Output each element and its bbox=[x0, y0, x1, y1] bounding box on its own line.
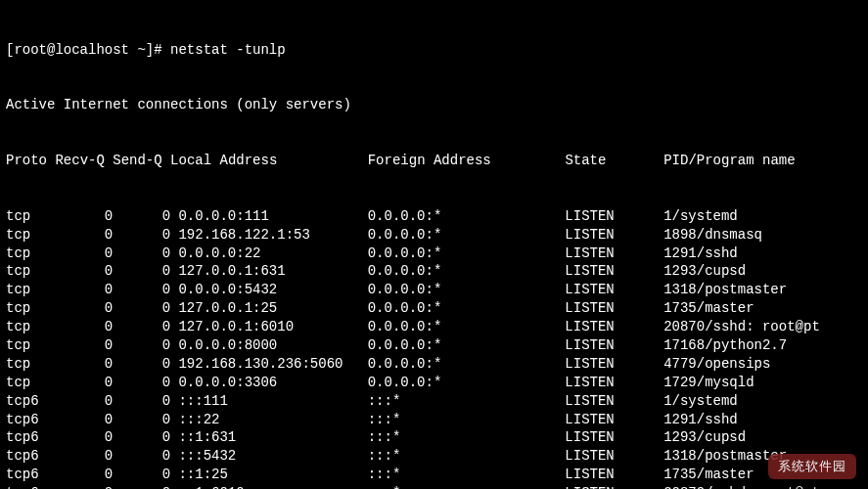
cell-proto: tcp6 bbox=[6, 485, 55, 489]
cell-sendq: 0 bbox=[113, 467, 170, 482]
table-row: tcp 0 0 192.168.130.236:5060 0.0.0.0:* L… bbox=[6, 355, 862, 374]
cell-pid: 1293/cupsd bbox=[663, 263, 746, 279]
table-row: tcp 0 0 0.0.0.0:111 0.0.0.0:* LISTEN 1/s… bbox=[6, 207, 862, 226]
cell-local: :::22 bbox=[170, 412, 368, 427]
cell-sendq: 0 bbox=[113, 393, 170, 409]
cell-recvq: 0 bbox=[55, 245, 113, 261]
cell-sendq: 0 bbox=[113, 319, 170, 334]
cell-foreign: 0.0.0.0:* bbox=[368, 300, 566, 316]
table-row: tcp 0 0 0.0.0.0:3306 0.0.0.0:* LISTEN 17… bbox=[6, 374, 862, 392]
table-row: tcp6 0 0 :::5432 :::* LISTEN 1318/postma… bbox=[6, 447, 862, 466]
table-row: tcp 0 0 192.168.122.1:53 0.0.0.0:* LISTE… bbox=[6, 226, 862, 244]
cell-local: :::5432 bbox=[170, 448, 368, 464]
cell-foreign: 0.0.0.0:* bbox=[368, 319, 566, 334]
cell-sendq: 0 bbox=[113, 448, 170, 464]
cell-foreign: :::* bbox=[368, 393, 566, 409]
table-row: tcp 0 0 127.0.0.1:25 0.0.0.0:* LISTEN 17… bbox=[6, 299, 862, 318]
cell-sendq: 0 bbox=[113, 375, 170, 390]
cell-local: 0.0.0.0:22 bbox=[170, 245, 368, 261]
table-row: tcp 0 0 0.0.0.0:5432 0.0.0.0:* LISTEN 13… bbox=[6, 281, 862, 299]
table-row: tcp 0 0 127.0.0.1:631 0.0.0.0:* LISTEN 1… bbox=[6, 262, 862, 281]
column-headers: Proto Recv-Q Send-Q Local Address Foreig… bbox=[6, 152, 862, 170]
cell-recvq: 0 bbox=[55, 412, 113, 427]
cell-pid: 1735/master bbox=[663, 467, 754, 482]
cell-proto: tcp bbox=[6, 282, 55, 297]
table-row: tcp 0 0 127.0.0.1:6010 0.0.0.0:* LISTEN … bbox=[6, 318, 862, 336]
cell-state: LISTEN bbox=[565, 337, 663, 353]
cell-local: ::1:6010 bbox=[170, 485, 368, 489]
cell-sendq: 0 bbox=[113, 356, 170, 372]
cell-proto: tcp6 bbox=[6, 448, 55, 464]
cell-recvq: 0 bbox=[55, 429, 113, 445]
watermark-badge: 系统软件园 bbox=[768, 454, 856, 479]
cell-recvq: 0 bbox=[55, 467, 113, 482]
cell-pid: 1729/mysqld bbox=[663, 375, 754, 390]
cell-state: LISTEN bbox=[565, 356, 663, 372]
cell-recvq: 0 bbox=[55, 337, 113, 353]
cell-local: :::111 bbox=[170, 393, 368, 409]
cell-state: LISTEN bbox=[565, 245, 663, 261]
header-state: State bbox=[565, 153, 606, 168]
cell-recvq: 0 bbox=[55, 448, 113, 464]
cell-local: 0.0.0.0:3306 bbox=[170, 375, 368, 390]
cell-local: 0.0.0.0:5432 bbox=[170, 282, 368, 297]
cell-proto: tcp6 bbox=[6, 467, 55, 482]
cell-state: LISTEN bbox=[565, 429, 663, 445]
cell-state: LISTEN bbox=[565, 485, 663, 489]
cell-foreign: :::* bbox=[368, 467, 566, 482]
cell-proto: tcp bbox=[6, 227, 55, 243]
cell-local: 192.168.130.236:5060 bbox=[170, 356, 368, 372]
cell-foreign: :::* bbox=[368, 412, 566, 427]
table-row: tcp6 0 0 :::22 :::* LISTEN 1291/sshd bbox=[6, 411, 862, 429]
cell-pid: 20870/sshd: root@pt bbox=[663, 485, 820, 489]
cell-proto: tcp bbox=[6, 375, 55, 390]
cell-recvq: 0 bbox=[55, 375, 113, 390]
shell-prompt: [root@localhost ~]# netstat -tunlp bbox=[6, 41, 862, 60]
cell-recvq: 0 bbox=[55, 393, 113, 409]
cell-foreign: 0.0.0.0:* bbox=[368, 208, 566, 224]
header-foreign: Foreign Address bbox=[368, 153, 491, 168]
cell-state: LISTEN bbox=[565, 208, 663, 224]
cell-recvq: 0 bbox=[55, 300, 113, 316]
cell-foreign: 0.0.0.0:* bbox=[368, 356, 566, 372]
cell-foreign: 0.0.0.0:* bbox=[368, 375, 566, 390]
cell-proto: tcp6 bbox=[6, 393, 55, 409]
cell-recvq: 0 bbox=[55, 208, 113, 224]
cell-proto: tcp bbox=[6, 263, 55, 279]
table-row: tcp6 0 0 ::1:631 :::* LISTEN 1293/cupsd bbox=[6, 428, 862, 447]
cell-local: ::1:25 bbox=[170, 467, 368, 482]
cell-foreign: 0.0.0.0:* bbox=[368, 282, 566, 297]
header-sendq: Send-Q bbox=[113, 153, 161, 168]
cell-local: ::1:631 bbox=[170, 429, 368, 445]
cell-pid: 1735/master bbox=[663, 300, 754, 316]
cell-proto: tcp bbox=[6, 319, 55, 334]
connections-title: Active Internet connections (only server… bbox=[6, 96, 862, 114]
cell-local: 127.0.0.1:631 bbox=[170, 263, 368, 279]
cell-state: LISTEN bbox=[565, 412, 663, 427]
cell-pid: 1291/sshd bbox=[663, 245, 738, 261]
cell-proto: tcp bbox=[6, 337, 55, 353]
cell-pid: 20870/sshd: root@pt bbox=[663, 319, 820, 334]
cell-recvq: 0 bbox=[55, 319, 113, 334]
cell-sendq: 0 bbox=[113, 245, 170, 261]
header-recvq: Recv-Q bbox=[55, 153, 104, 168]
cell-local: 192.168.122.1:53 bbox=[170, 227, 368, 243]
cell-sendq: 0 bbox=[113, 485, 170, 489]
table-row: tcp6 0 0 ::1:25 :::* LISTEN 1735/master bbox=[6, 466, 862, 484]
cell-pid: 1/systemd bbox=[663, 393, 738, 409]
cell-foreign: 0.0.0.0:* bbox=[368, 337, 566, 353]
cell-state: LISTEN bbox=[565, 467, 663, 482]
cell-foreign: :::* bbox=[368, 485, 566, 489]
table-row: tcp 0 0 0.0.0.0:8000 0.0.0.0:* LISTEN 17… bbox=[6, 336, 862, 355]
cell-foreign: 0.0.0.0:* bbox=[368, 263, 566, 279]
cell-pid: 1291/sshd bbox=[663, 412, 738, 427]
table-row: tcp 0 0 0.0.0.0:22 0.0.0.0:* LISTEN 1291… bbox=[6, 244, 862, 263]
cell-pid: 4779/opensips bbox=[663, 356, 770, 372]
cell-proto: tcp6 bbox=[6, 429, 55, 445]
cell-proto: tcp bbox=[6, 300, 55, 316]
cell-sendq: 0 bbox=[113, 263, 170, 279]
cell-recvq: 0 bbox=[55, 263, 113, 279]
terminal-output[interactable]: [root@localhost ~]# netstat -tunlp Activ… bbox=[6, 4, 862, 489]
cell-state: LISTEN bbox=[565, 375, 663, 390]
cell-recvq: 0 bbox=[55, 227, 113, 243]
